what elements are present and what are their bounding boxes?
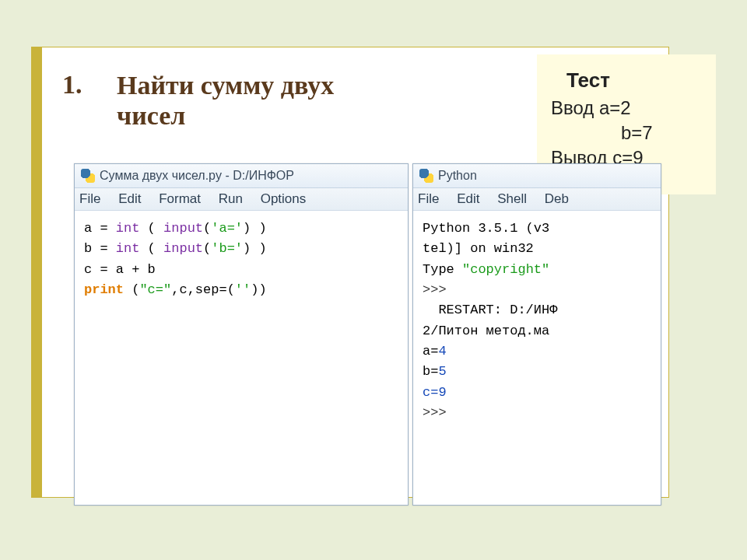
tok: ( [139,221,163,236]
shell-val: 4 [438,344,446,359]
editor-titlebar: Сумма двух чисел.py - D:/ИНФОР [75,164,408,188]
menu-edit[interactable]: Edit [118,191,141,206]
tok: ( [203,241,211,256]
tok-print: print [84,282,124,297]
menu-edit[interactable]: Edit [457,191,479,206]
shell-restart: RESTART: D:/ИНФ [423,303,557,317]
tok-str: '' [235,282,251,297]
shell-window: Python File Edit Shell Deb Python 3.5.1 … [412,163,661,506]
test-input-a: Ввод a=2 [551,97,702,119]
shell-io: c= [423,385,438,400]
tok: a = [84,221,116,236]
heading-number: 1. [62,70,82,100]
heading-line1: Найти сумму двух [117,71,334,100]
tok: ( [203,221,211,236]
tok: ) ) [243,221,267,236]
shell-io: a= [423,344,438,359]
shell-title-text: Python [438,169,477,183]
tok: ,c,sep=( [171,282,235,297]
tok: ) ) [243,241,267,256]
accent-bar [31,47,42,498]
heading-line2: чисел [117,101,185,130]
editor-menubar[interactable]: File Edit Format Run Options [75,188,408,211]
tok: ( [139,241,163,256]
editor-window: Сумма двух чисел.py - D:/ИНФОР File Edit… [74,163,409,506]
shell-line: Python 3.5.1 (v3 [423,221,549,236]
python-icon [81,169,95,183]
tok-str: 'a=' [211,221,243,236]
test-title: Тест [566,68,702,93]
tok-int: int [116,241,140,256]
tok-input: input [163,241,203,256]
tok-str: 'b=' [211,241,243,256]
menu-debug[interactable]: Deb [545,191,569,206]
tok-str: "copyright" [462,262,549,277]
shell-val: 9 [438,385,446,400]
menu-file[interactable]: File [79,191,100,206]
shell-restart: 2/Питон метод.ма [423,324,549,338]
shell-output-area[interactable]: Python 3.5.1 (v3 tel)] on win32 Type "co… [413,211,661,431]
tok: c = a + b [84,262,156,277]
tok: )) [251,282,266,297]
python-icon [419,169,433,183]
menu-run[interactable]: Run [219,191,243,206]
shell-io: b= [423,364,438,379]
tok: ( [124,282,139,297]
menu-options[interactable]: Options [261,191,307,206]
shell-menubar[interactable]: File Edit Shell Deb [413,188,661,211]
shell-prompt: >>> [423,405,447,420]
shell-line: tel)] on win32 [423,241,534,256]
heading-title: Найти сумму двух чисел [117,70,334,131]
editor-code-area[interactable]: a = int ( input('a=') ) b = int ( input(… [75,211,408,308]
tok: b = [84,241,116,256]
shell-prompt: >>> [423,282,447,297]
shell-val: 5 [438,364,446,379]
menu-format[interactable]: Format [159,191,201,206]
test-input-b: b=7 [551,122,702,144]
shell-titlebar: Python [413,164,661,188]
tok-input: input [163,221,203,236]
shell-line: Type [423,262,462,277]
menu-file[interactable]: File [418,191,439,206]
menu-shell[interactable]: Shell [497,191,527,206]
tok-str: "c=" [139,282,171,297]
tok-int: int [116,221,140,236]
editor-title-text: Сумма двух чисел.py - D:/ИНФОР [100,169,294,183]
